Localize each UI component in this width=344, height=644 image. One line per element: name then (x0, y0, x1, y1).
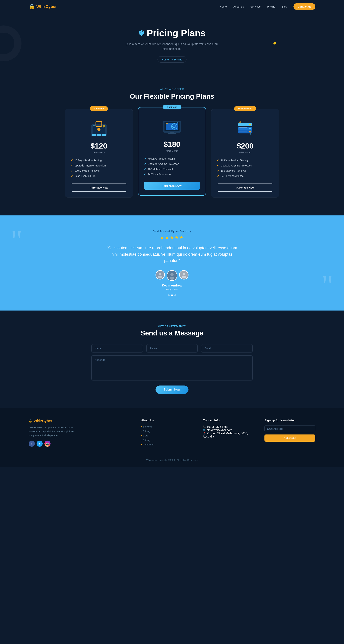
svg-point-8 (103, 125, 105, 128)
testimonial-stars: ★★★★★ (29, 235, 315, 240)
email-icon: ✉ (203, 429, 205, 432)
feature-item: ✔ Upgrade Anytime Protection (71, 163, 127, 168)
social-instagram[interactable]: 📷 (44, 440, 50, 447)
contact-button[interactable]: Contact us (294, 3, 315, 10)
footer-copyright: Whizcyber copyright © 2022. All Rights R… (29, 455, 315, 462)
brand-logo[interactable]: 🔒 WhizCyber (29, 4, 57, 10)
feature-item: ✔ Scan Every 08 Hrs (71, 173, 127, 178)
professional-period: / Per Month (217, 151, 273, 154)
pricing-title: Our Flexible Pricing Plans (29, 92, 315, 100)
nav-blog[interactable]: Blog (282, 5, 287, 8)
nav-links: Home About us Services Pricing Blog Cont… (220, 3, 315, 10)
testimonial-name: Kevin Andrew (29, 284, 315, 288)
svg-point-33 (171, 273, 173, 276)
svg-point-23 (249, 131, 251, 133)
svg-point-22 (249, 128, 251, 129)
footer-email: ✉ Info@whizcyber.com (203, 428, 254, 432)
nav-home[interactable]: Home (220, 5, 227, 8)
breadcrumb-current: Pricing (174, 58, 182, 61)
footer-link-pricing2: Pricing (141, 439, 192, 442)
svg-rect-24 (239, 124, 247, 124)
hero-subtitle: Quis autem vel eum iure reprehenderit qu… (125, 42, 219, 51)
footer-logo: 🔒 WhizCyber (29, 419, 130, 423)
footer-about: About Us Services Pricing Blog Pricing C… (141, 419, 192, 448)
deco-circle-left (0, 26, 21, 61)
footer-newsletter: Sign up for Newsletter Subscribe (264, 419, 315, 448)
feature-item: ✔ 40 Days Product Testing (144, 156, 200, 161)
newsletter-email-input[interactable] (264, 425, 315, 432)
svg-point-17 (177, 122, 178, 123)
purchase-button-professional[interactable]: Purchase Now (217, 184, 273, 192)
pricing-card-beginner: Beginner $120 / Per Month ✔ 10 (65, 109, 133, 198)
testimonial-section: " " Best Trusted Cyber Security ★★★★★ "Q… (0, 216, 344, 310)
nav-services[interactable]: Services (250, 5, 261, 8)
footer-brand-desc: Deleniti aeve corrupti quos dolores et q… (29, 426, 75, 437)
business-features: ✔ 40 Days Product Testing ✔ Upgrade Anyt… (144, 156, 200, 177)
phone-icon: 📞 (203, 426, 206, 428)
breadcrumb: Home >> Pricing (158, 56, 186, 62)
form-row-1 (91, 344, 253, 352)
footer-contact-info: Contact Info 📞 +61 3 8376 6284 ✉ Info@wh… (203, 419, 254, 448)
brand-name: WhizCyber (36, 4, 57, 9)
svg-point-28 (250, 133, 251, 135)
contact-section: GET STARTED NOW Send us a Message Submit… (0, 310, 344, 408)
pricing-cards: Beginner $120 / Per Month ✔ 10 (29, 109, 315, 198)
svg-point-37 (182, 276, 186, 278)
feature-item: ✔ 24/7 Live Assistance (217, 173, 273, 178)
svg-point-21 (249, 124, 251, 126)
snowflake-icon: ❄ (138, 29, 145, 38)
pricing-card-professional: Professional $200 / Per (211, 109, 279, 198)
social-twitter[interactable]: t (36, 440, 43, 447)
footer-link-pricing: Pricing (141, 430, 192, 432)
feature-item: ✔ 10 Days Product Testing (217, 158, 273, 163)
breadcrumb-arrow: >> (170, 58, 173, 61)
svg-point-31 (158, 276, 162, 278)
svg-rect-26 (239, 131, 247, 132)
submit-button[interactable]: Submit Now (156, 386, 188, 394)
testimonial-role: Hapy Client (29, 288, 315, 291)
hero-section: ❄ Pricing Plans Quis autem vel eum iure … (0, 13, 344, 73)
pricing-card-business: Business $180 / Per Month ✔ 40 Days Prod… (138, 107, 206, 196)
svg-rect-7 (102, 134, 106, 136)
phone-input[interactable] (146, 344, 198, 352)
footer-contact-title: Contact Info (203, 419, 254, 422)
dot-2[interactable] (171, 294, 173, 296)
svg-rect-14 (170, 132, 174, 133)
beginner-features: ✔ 10 Days Product Testing ✔ Upgrade Anyt… (71, 158, 127, 178)
email-input[interactable] (201, 344, 253, 352)
quote-left-deco: " (11, 226, 22, 255)
professional-features: ✔ 10 Days Product Testing ✔ Upgrade Anyt… (217, 158, 273, 178)
testimonial-dots (29, 294, 315, 296)
footer-top: 🔒 WhizCyber Deleniti aeve corrupti quos … (29, 419, 315, 448)
feature-item: ✔ 24/7 Live Assistance (144, 172, 200, 177)
purchase-button-business[interactable]: Purchase NOw (144, 182, 200, 190)
avatar-3 (179, 270, 188, 280)
svg-point-36 (182, 273, 185, 275)
nav-pricing[interactable]: Pricing (267, 5, 275, 8)
footer-link-contact: Contact us (141, 443, 192, 446)
footer-link-services: Services (141, 425, 192, 428)
business-period: / Per Month (144, 150, 200, 152)
subscribe-button[interactable]: Subscribe (264, 434, 315, 442)
svg-point-9 (93, 124, 95, 126)
svg-rect-25 (239, 127, 247, 128)
deco-dot (273, 42, 276, 44)
social-facebook[interactable]: f (29, 440, 35, 447)
business-icon (162, 117, 182, 136)
beginner-period: / Per Month (71, 151, 127, 154)
svg-point-34 (170, 276, 174, 280)
social-icons: f t 📷 (29, 440, 130, 447)
name-input[interactable] (91, 344, 143, 352)
message-input[interactable] (91, 355, 253, 380)
business-price: $180 (144, 140, 200, 149)
purchase-button-beginner[interactable]: Purchase Now (71, 184, 127, 192)
nav-about[interactable]: About us (233, 5, 244, 8)
footer-about-title: About Us (141, 419, 192, 422)
dot-3[interactable] (174, 294, 176, 296)
footer-newsletter-title: Sign up for Newsletter (264, 419, 315, 422)
svg-point-16 (166, 123, 168, 124)
dot-1[interactable] (168, 294, 170, 296)
navbar: 🔒 WhizCyber Home About us Services Prici… (0, 0, 344, 13)
logo-icon: 🔒 (29, 4, 35, 10)
feature-item: ✔ 100 Malware Removal (144, 166, 200, 172)
